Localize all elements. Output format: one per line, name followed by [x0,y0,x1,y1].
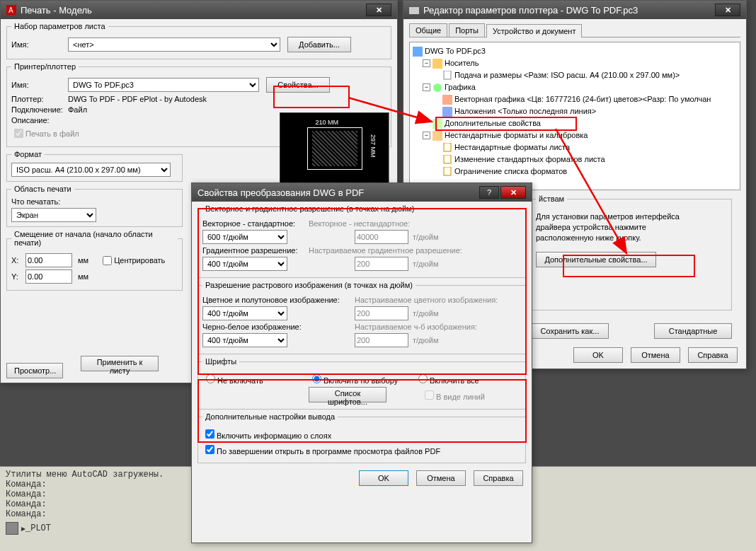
apply-button[interactable]: Применить к листу [81,356,159,371]
legend: Смещение от начала (начало области печат… [11,230,178,247]
svg-rect-13 [444,167,451,175]
x-label: X: [11,256,25,265]
ok-button[interactable]: OK [573,347,623,363]
legend: Набор параметров листа [11,22,108,30]
legend: Область печати [11,185,74,193]
pc3-icon [413,47,423,57]
paper-preview: 210 MM 297 MM [280,112,389,184]
graphics-icon [433,83,442,93]
dim-width: 210 MM [316,119,339,126]
what-label: Что печатать: [11,197,178,206]
center-label: Центрировать [114,256,165,265]
titlebar: A Печать - Модель ✕ [1,1,397,19]
svg-rect-2 [409,7,419,14]
unit: мм [78,272,88,281]
center-check[interactable] [103,256,112,265]
description-label: Описание: [11,116,68,124]
info-text: расположенную ниже кнопку. [536,233,727,243]
tree-vector[interactable]: Векторная графика <Цв: 16777216 (24-бит)… [454,93,711,105]
media-icon [433,59,442,69]
window-title: Редактор параметров плоттера - DWG To PD… [423,5,715,16]
tree-nonstandard[interactable]: Нестандартные форматы и калибровка [445,129,588,141]
tab-bar: Общие Порты Устройство и документ [409,23,740,37]
plotter-label: Плоттер: [11,95,68,103]
help-icon[interactable]: ? [479,186,499,199]
save-as-button[interactable]: Сохранить как... [531,323,609,339]
tree-media-src[interactable]: Подача и размеры <Разм: ISO расш. A4 (21… [454,69,680,81]
sheet-icon [442,155,452,165]
vector-icon [442,95,452,105]
tree-merge[interactable]: Наложения <Только последняя линия> [454,105,596,117]
svg-rect-8 [442,107,452,117]
tab-general[interactable]: Общие [409,23,447,37]
legend: Формат [11,150,45,158]
svg-rect-4 [433,59,442,69]
cancel-button[interactable]: Отмена [416,470,466,486]
highlight-res-section [197,208,527,375]
tree-nsf[interactable]: Нестандартные форматы листа [454,141,570,153]
svg-rect-7 [442,95,452,105]
svg-rect-5 [444,71,451,79]
cmd-icon[interactable] [6,522,18,535]
standard-button[interactable]: Стандартные [654,323,732,339]
name-label: Имя: [11,81,68,89]
tree-chg[interactable]: Изменение стандартных форматов листа [454,153,605,166]
open-label: По завершении открыть в программе просмо… [217,447,440,456]
sheet-icon [442,143,452,153]
offset-fieldset: Смещение от начала (начало области печат… [6,230,183,291]
format-select[interactable]: ISO расш. A4 (210.00 x 297.00 мм) [11,163,171,177]
collapse-icon[interactable]: − [423,59,430,67]
tree-graphics[interactable]: Графика [445,81,476,93]
legend: Принтер/плоттер [11,62,79,71]
page-set-select[interactable]: <нет> [68,37,280,52]
tree-root[interactable]: DWG To PDF.pc3 [425,45,486,57]
highlight-tree-item [435,117,577,131]
help-button[interactable]: Справка [688,347,738,363]
collapse-icon[interactable]: − [423,83,430,91]
window-title: Свойства преобразования DWG в PDF [197,187,479,198]
tab-device[interactable]: Устройство и документ [486,24,582,37]
window-title: Печать - Модель [21,5,366,16]
connection-value: Файл [68,105,87,114]
app-icon: A [6,5,16,15]
unit: мм [78,256,88,265]
command-text[interactable]: _PLOT [25,523,51,533]
tree-limit[interactable]: Ограничение списка форматов [454,166,567,178]
area-select[interactable]: Экран [11,208,96,222]
info-text: драйвера устройства нажмите [536,222,727,233]
area-fieldset: Область печати Что печатать: Экран [6,185,183,227]
open-check[interactable] [205,445,214,454]
page-set-fieldset: Набор параметров листа Имя: <нет> Добави… [6,22,391,59]
preview-button[interactable]: Просмотр... [6,363,63,378]
x-input[interactable] [25,253,72,267]
close-button[interactable]: ✕ [715,4,740,16]
close-button[interactable]: ✕ [500,186,526,199]
y-input[interactable] [25,269,72,284]
collapse-icon[interactable]: − [423,132,430,139]
titlebar: Свойства преобразования DWG в PDF ? ✕ [192,183,532,202]
ok-button[interactable]: OK [359,470,408,486]
merge-icon [442,107,452,117]
plotter-value: DWG To PDF - PDF ePlot - by Autodesk [68,95,207,103]
titlebar: Редактор параметров плоттера - DWG To PD… [403,1,746,19]
add-button[interactable]: Добавить... [287,37,351,52]
tree-media[interactable]: Носитель [445,57,479,69]
highlight-props-btn [273,86,350,108]
device-tree[interactable]: DWG To PDF.pc3 −Носитель Подача и размер… [409,42,740,190]
cancel-button[interactable]: Отмена [631,347,680,363]
close-button[interactable]: ✕ [366,4,391,16]
dim-height: 297 MM [370,134,377,158]
svg-rect-11 [444,143,451,151]
svg-text:A: A [8,6,13,14]
format-fieldset: Формат ISO расш. A4 (210.00 x 297.00 мм) [6,150,183,182]
y-label: Y: [11,272,25,281]
sheet-icon [442,167,452,177]
calib-icon [433,131,442,141]
printer-icon [409,5,419,15]
help-button[interactable]: Справка [474,470,523,486]
tab-ports[interactable]: Порты [449,23,485,37]
print-to-file-check [14,129,23,138]
plotter-select[interactable]: DWG To PDF.pc3 [68,78,259,92]
svg-rect-10 [433,131,442,141]
connection-label: Подключение: [11,105,68,114]
